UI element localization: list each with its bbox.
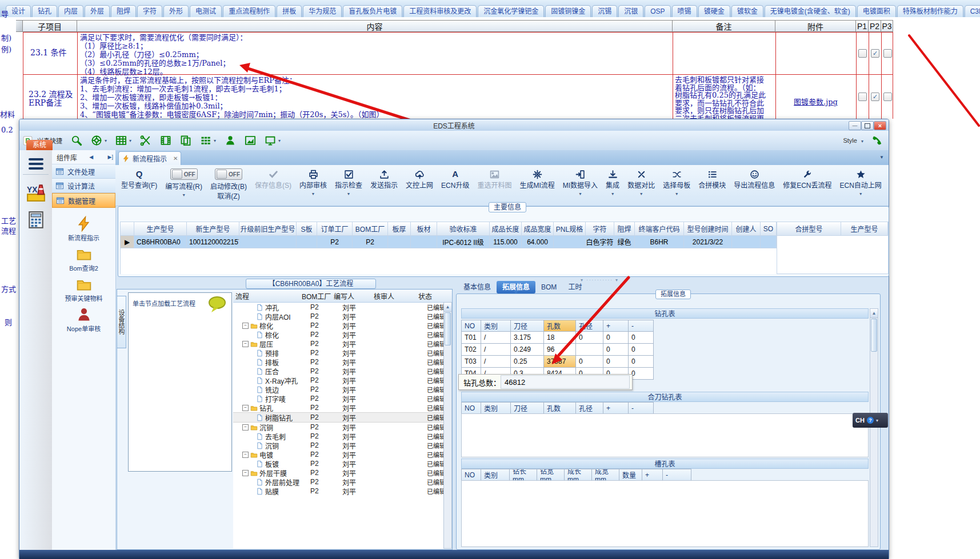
window-titlebar[interactable]: EDS工程系统 — × — [19, 119, 889, 131]
top-tab[interactable]: 特殊板材制作能力 — [897, 5, 963, 17]
sidebar-tool-Bom查询2[interactable]: Bom查询2 — [52, 246, 115, 272]
column-header-生产型号[interactable]: 生产型号 — [134, 222, 187, 236]
column-header-S板[interactable]: S板 — [297, 222, 317, 236]
toolbar-button-选择母板[interactable]: 选择母板▼ — [663, 168, 690, 196]
col-header-+[interactable]: + — [603, 403, 629, 414]
checkbox-p1-row1[interactable] — [858, 49, 867, 58]
tree-header-bom[interactable]: BOM工厂 — [302, 291, 334, 301]
tree-row-棕化[interactable]: 棕化P2刘平已编辑 — [233, 330, 452, 339]
tree-row-层压[interactable]: −层压P2刘平已编辑 — [233, 339, 452, 348]
top-tab[interactable]: 阻焊 — [111, 5, 136, 17]
maximize-button[interactable] — [861, 121, 874, 130]
tray-caret-icon[interactable]: ▾ — [876, 418, 878, 423]
tree-row-树脂钻孔[interactable]: 树脂钻孔P2刘平已编辑 — [233, 412, 452, 423]
toolbar-button-编写流程(R)[interactable]: OFF编写流程(R)▼ — [165, 168, 202, 197]
detail-tab-工时[interactable]: 工时 — [562, 281, 587, 293]
tree-header-writer[interactable]: 编写人 — [334, 291, 374, 301]
scroll-up-icon[interactable]: ▲ — [870, 309, 878, 318]
checkbox-p2-row2[interactable]: ✓ — [871, 93, 879, 101]
col-header--[interactable]: - — [663, 469, 691, 481]
toolbar-button-内部审核[interactable]: 内部审核▼ — [299, 168, 327, 196]
col-header-NO[interactable]: NO — [462, 403, 481, 414]
off-toggle[interactable]: OFF — [215, 168, 242, 180]
col-header-类别[interactable]: 类别 — [481, 320, 511, 332]
slot-table[interactable]: NO类别钻长mm钻宽mm成长mm成宽mm数量+- — [461, 469, 691, 481]
device-structure-vertical-tab[interactable]: 设备结构 — [117, 296, 126, 348]
tree-row-钻孔[interactable]: −钻孔P2刘平已编辑 — [233, 403, 452, 412]
user-icon[interactable] — [225, 135, 236, 146]
tree-row-去毛刺[interactable]: 去毛刺P2刘平已编辑 — [233, 432, 452, 441]
minimize-button[interactable]: — — [849, 121, 861, 130]
merge-drill-table[interactable]: NO类别刀径孔数孔径+- — [461, 402, 654, 414]
tray-help-icon[interactable]: ? — [867, 417, 874, 424]
tree-row-X-Ray冲孔[interactable]: X-Ray冲孔P2刘平已编辑 — [233, 376, 452, 385]
tree-expander-icon[interactable]: − — [242, 470, 249, 476]
detail-tab-拓展信息[interactable]: 拓展信息 — [497, 281, 535, 293]
column-header-阻焊[interactable]: 阻焊 — [614, 222, 635, 236]
scissors-icon[interactable] — [140, 135, 151, 146]
tree-row-棕化[interactable]: −棕化P2刘平已编辑 — [233, 321, 452, 330]
col-header-数量[interactable]: 数量 — [619, 469, 642, 481]
column-header-板厚[interactable]: 板厚 — [388, 222, 411, 236]
style-label[interactable]: Style ▾ — [843, 137, 863, 144]
dropdown-caret-icon[interactable]: ▼ — [639, 192, 643, 196]
toolbar-button-启动修改(B)[interactable]: OFF启动修改(B)取消(Z) — [210, 168, 247, 200]
top-tab[interactable]: 沉银 — [618, 5, 643, 17]
top-tab[interactable]: OSP — [645, 5, 670, 17]
tree-row-打字唛[interactable]: 打字唛P2刘平已编辑 — [233, 394, 452, 403]
tree-row-内层AOI[interactable]: 内层AOIP2刘平已编辑 — [233, 312, 452, 321]
sidebar-group-设计算法[interactable]: 设计算法 — [52, 179, 115, 193]
top-tab[interactable]: 电镀面积 — [857, 5, 896, 17]
tree-row-外层干膜[interactable]: −外层干膜P2刘平已编辑 — [233, 468, 452, 477]
toolbar-button-MI数据导入[interactable]: MI数据导入▼ — [563, 168, 598, 196]
col-header-钻长mm[interactable]: 钻长mm — [510, 469, 537, 481]
detail-tab-基本信息[interactable]: 基本信息 — [458, 281, 497, 293]
copy-icon[interactable] — [180, 135, 191, 146]
toolbar-button-发送指示[interactable]: 发送指示 — [370, 168, 398, 190]
top-tab[interactable]: 固镀铜镍金 — [545, 5, 591, 17]
dropdown-caret-icon[interactable]: ▼ — [675, 192, 679, 196]
calculator-icon[interactable] — [26, 210, 46, 230]
col-header-钻宽mm[interactable]: 钻宽mm — [537, 469, 565, 481]
close-button[interactable]: × — [874, 121, 886, 130]
col-header-孔径[interactable]: 孔径 — [576, 320, 603, 332]
column-header-验收标准[interactable]: 验收标准 — [437, 222, 490, 236]
toolbar-button-保存信息(S)[interactable]: 保存信息(S) — [255, 168, 291, 190]
column-header-成品长度[interactable]: 成品长度 — [490, 222, 522, 236]
table-row[interactable]: T01/3.17518000 — [462, 332, 654, 344]
col-header-刀径[interactable]: 刀径 — [511, 403, 544, 414]
top-tab[interactable]: 华为规范 — [303, 5, 342, 17]
film-icon[interactable] — [160, 135, 171, 146]
tabstrip-overflow-icon[interactable]: ▼ — [879, 155, 884, 160]
tree-header-reviewer[interactable]: 核审人 — [374, 291, 418, 301]
top-tab[interactable]: 无镍电镀金(含硬金、软金) — [765, 5, 856, 17]
lifebuoy-icon[interactable] — [91, 135, 102, 146]
col-header-成宽mm[interactable]: 成宽mm — [592, 469, 619, 481]
column-header-终端客户代码[interactable]: 终端客户代码 — [635, 222, 684, 236]
yx-factory-icon[interactable]: YX — [26, 183, 46, 202]
main-info-table[interactable]: 生产型号新生产型号升级前旧生产型号S板订单工厂BOM工厂板厚板材验收标准成品长度… — [120, 222, 777, 274]
column-header-板材[interactable]: 板材 — [411, 222, 437, 236]
toolbar-button-ECN自动上网[interactable]: ECN自动上网▼ — [840, 168, 882, 196]
dropdown-caret-icon[interactable]: ▼ — [859, 192, 863, 196]
col-header-刀径[interactable]: 刀径 — [511, 320, 544, 332]
tree-row-预排[interactable]: 预排P2刘平已编辑 — [233, 348, 452, 357]
tree-header-status[interactable]: 状态 — [418, 291, 443, 301]
top-tab[interactable]: 字符 — [137, 5, 162, 17]
tab-new-flow-instruction[interactable]: 新流程指示 ✕ — [118, 151, 181, 165]
splitter-handle[interactable]: ▾ ·········· ▾ — [581, 278, 632, 283]
col-header-成长mm[interactable]: 成长mm — [565, 469, 592, 481]
dropdown-caret-icon[interactable]: ▼ — [311, 192, 315, 196]
top-tab[interactable]: C3M调单制作规则 — [965, 5, 980, 17]
top-tab[interactable]: 沉锡 — [592, 5, 617, 17]
monitor-icon[interactable] — [265, 135, 276, 146]
node-list-box[interactable]: 单击节点加载工艺流程 — [128, 292, 232, 472]
grid-menu-icon[interactable] — [200, 135, 211, 146]
toolbar-button-指示检查[interactable]: 指示检查▼ — [335, 168, 362, 196]
sidebar-tool-预审关键物料[interactable]: 预审关键物料 — [52, 276, 115, 303]
top-tab[interactable]: 外层 — [85, 5, 110, 17]
top-tab[interactable]: 沉金氧化学镍钯金 — [478, 5, 544, 17]
checkbox-p3-row1[interactable] — [883, 49, 892, 58]
top-tab[interactable]: 镀软金 — [731, 5, 763, 17]
top-tab[interactable]: 工程资料审核及更改 — [403, 5, 477, 17]
